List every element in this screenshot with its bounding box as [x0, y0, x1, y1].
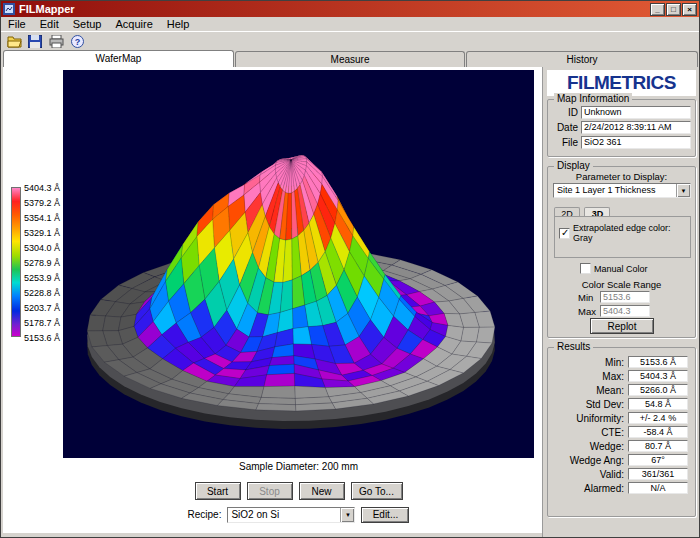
colorbar-label: 5354.1 Å	[24, 213, 60, 223]
result-row: Mean:5266.0 Å	[550, 384, 691, 396]
tab-measure[interactable]: Measure	[235, 51, 465, 67]
menu-help[interactable]: Help	[160, 17, 197, 31]
map-info-row: IDUnknown	[552, 106, 691, 119]
result-label: Wedge Ang:	[550, 455, 624, 466]
map-info-row: Date2/24/2012 8:39:11 AM	[552, 121, 691, 134]
colorbar-label: 5304.0 Å	[24, 243, 60, 253]
close-button[interactable]: ×	[682, 3, 697, 16]
sample-diameter-caption: Sample Diameter: 200 mm	[63, 461, 534, 472]
result-value: 5153.6 Å	[628, 356, 688, 368]
manual-color-checkbox[interactable]: Manual Color	[580, 263, 648, 274]
view-tab-page: Extrapolated edge color: Gray	[554, 216, 691, 258]
result-row: Wedge:80.7 Å	[550, 440, 691, 452]
print-icon[interactable]	[47, 33, 65, 50]
result-label: Mean:	[550, 385, 624, 396]
result-label: Alarmed:	[550, 483, 624, 494]
map-info-label: Date	[552, 122, 578, 133]
tab-history-label: History	[566, 54, 597, 65]
side-panel: FILMETRICS Map Information IDUnknownDate…	[542, 67, 699, 538]
map-information-title: Map Information	[554, 93, 632, 104]
open-icon[interactable]	[5, 33, 23, 50]
parameter-select[interactable]: Site 1 Layer 1 Thickness ▼	[553, 183, 691, 198]
edit-recipe-button[interactable]: Edit...	[361, 507, 409, 523]
goto-button[interactable]: Go To...	[351, 482, 403, 500]
view-tabs: 2D 3D	[554, 203, 610, 216]
plot-area[interactable]	[63, 70, 534, 458]
action-buttons: Start Stop New Go To...	[63, 482, 534, 500]
result-value: 54.8 Å	[628, 398, 688, 410]
tab-history[interactable]: History	[466, 51, 698, 67]
minimize-button[interactable]: _	[650, 3, 665, 16]
chevron-down-icon[interactable]: ▼	[340, 508, 354, 522]
save-icon[interactable]	[26, 33, 44, 50]
result-label: Uniformity:	[550, 413, 624, 424]
checkbox-icon[interactable]	[580, 263, 591, 274]
result-row: Min:5153.6 Å	[550, 356, 691, 368]
recipe-label: Recipe:	[188, 509, 222, 520]
colorbar-label: 5253.9 Å	[24, 273, 60, 283]
map-info-row: FileSiO2 361	[552, 136, 691, 149]
title-bar[interactable]: FILMapper _ □ ×	[1, 1, 699, 17]
tab-wafermap[interactable]: WaferMap	[3, 50, 234, 67]
start-button[interactable]: Start	[195, 482, 241, 500]
result-value: 80.7 Å	[628, 440, 688, 452]
result-value: -58.4 Å	[628, 426, 688, 438]
result-label: CTE:	[550, 427, 624, 438]
result-row: Uniformity:+/- 2.4 %	[550, 412, 691, 424]
parameter-value: Site 1 Layer 1 Thickness	[554, 184, 676, 197]
chevron-down-icon[interactable]: ▼	[676, 184, 690, 197]
manual-color-label: Manual Color	[594, 264, 648, 274]
map-information-group: Map Information IDUnknownDate2/24/2012 8…	[547, 99, 696, 157]
colorbar-label: 5178.7 Å	[24, 318, 60, 328]
colorbar-label: 5153.6 Å	[24, 333, 60, 343]
extrapolated-edge-checkbox[interactable]: Extrapolated edge color: Gray	[559, 223, 690, 243]
maximize-button[interactable]: □	[666, 3, 681, 16]
replot-button[interactable]: Replot	[590, 318, 654, 334]
display-title: Display	[554, 160, 593, 171]
colorbar-label: 5228.8 Å	[24, 288, 60, 298]
results-rows: Min:5153.6 ÅMax:5404.3 ÅMean:5266.0 ÅStd…	[550, 356, 691, 496]
min-label: Min	[578, 292, 600, 303]
menu-edit[interactable]: Edit	[33, 17, 66, 31]
max-label: Max	[578, 306, 600, 317]
menu-bar: FileEditSetupAcquireHelp	[1, 17, 699, 31]
tab-strip: WaferMap Measure History	[1, 50, 699, 67]
menu-acquire[interactable]: Acquire	[108, 17, 159, 31]
stop-button[interactable]: Stop	[247, 482, 293, 500]
svg-text:?: ?	[74, 37, 80, 47]
map-info-value[interactable]: SiO2 361	[581, 136, 691, 149]
new-button[interactable]: New	[299, 482, 345, 500]
map-info-value[interactable]: 2/24/2012 8:39:11 AM	[581, 121, 691, 134]
max-field[interactable]: 5404.3	[600, 305, 650, 317]
colorbar	[11, 187, 21, 337]
result-label: Min:	[550, 357, 624, 368]
checkbox-icon[interactable]	[559, 228, 570, 239]
recipe-select[interactable]: SiO2 on Si ▼	[227, 507, 355, 523]
min-field[interactable]: 5153.6	[600, 291, 650, 303]
map-info-value[interactable]: Unknown	[581, 106, 691, 119]
parameter-to-display-label: Parameter to Display:	[548, 171, 695, 182]
menu-file[interactable]: File	[1, 17, 33, 31]
menu-setup[interactable]: Setup	[66, 17, 109, 31]
help-icon[interactable]: ?	[68, 33, 86, 50]
colorbar-label: 5278.9 Å	[24, 258, 60, 268]
result-label: Std Dev:	[550, 399, 624, 410]
map-info-label: File	[552, 137, 578, 148]
colorbar-label: 5329.1 Å	[24, 228, 60, 238]
result-value: N/A	[628, 482, 688, 494]
recipe-row: Recipe: SiO2 on Si ▼ Edit...	[63, 506, 534, 523]
map-info-rows: IDUnknownDate2/24/2012 8:39:11 AMFileSiO…	[552, 106, 691, 151]
window-title: FILMapper	[19, 3, 650, 15]
tab-measure-label: Measure	[331, 54, 370, 65]
color-scale-max-row: Max 5404.3	[578, 305, 650, 317]
color-scale-range-title: Color Scale Range	[548, 279, 695, 290]
window-controls: _ □ ×	[650, 3, 697, 16]
extrapolated-edge-label: Extrapolated edge color: Gray	[573, 223, 690, 243]
wafermap-page: 5404.3 Å5379.2 Å5354.1 Å5329.1 Å5304.0 Å…	[3, 67, 542, 533]
app-window: FILMapper _ □ × FileEditSetupAcquireHelp…	[0, 0, 700, 538]
result-value: 5266.0 Å	[628, 384, 688, 396]
map-info-label: ID	[552, 107, 578, 118]
app-icon	[3, 3, 15, 15]
colorbar-label: 5379.2 Å	[24, 198, 60, 208]
colorbar-labels: 5404.3 Å5379.2 Å5354.1 Å5329.1 Å5304.0 Å…	[24, 187, 66, 339]
